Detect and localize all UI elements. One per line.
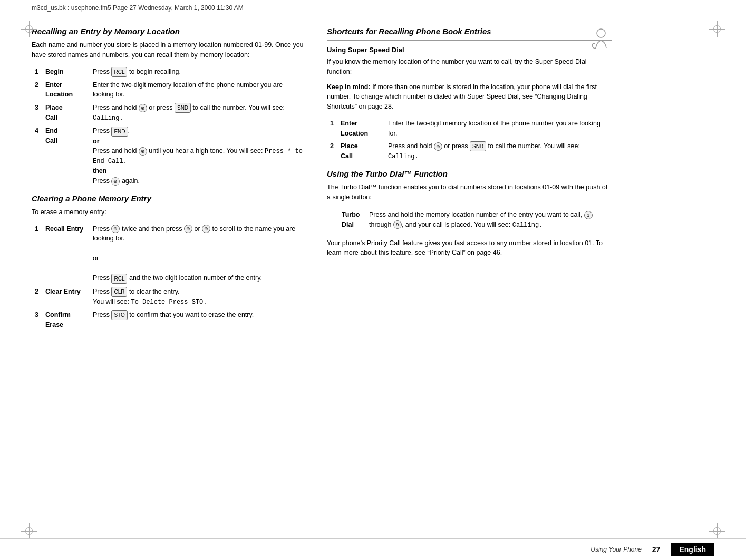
vol-button2: ⊕ xyxy=(139,147,147,156)
step-desc: Press RCL to begin recalling. xyxy=(90,65,306,79)
num1-btn: 1 xyxy=(584,211,593,219)
recalling-steps-table: 1 Begin Press RCL to begin recalling. 2 … xyxy=(32,65,306,188)
footer-language: English xyxy=(671,543,714,556)
crosshair-bottom-right xyxy=(709,523,725,539)
delete-display: To Delete Press STO. xyxy=(131,298,207,306)
step-label: Recall Entry xyxy=(42,223,90,285)
vol-button: ⊕ xyxy=(139,104,147,112)
vol-btn-b: ⊕ xyxy=(184,225,192,233)
shortcuts-intro: If you know the memory location of the n… xyxy=(327,57,612,77)
step-label: Clear Entry xyxy=(42,285,90,308)
section-recalling-intro: Each name and number you store is placed… xyxy=(32,40,306,60)
step-desc: Press STO to confirm that you want to er… xyxy=(90,308,306,332)
sto-btn: STO xyxy=(111,310,127,320)
step-num: 1 xyxy=(32,223,42,285)
keep-in-mind-label: Keep in mind: xyxy=(327,83,371,91)
crosshair-top-left xyxy=(21,21,37,37)
table-row: 1 Begin Press RCL to begin recalling. xyxy=(32,65,306,79)
vol-btn-a: ⊕ xyxy=(111,225,120,233)
step-desc: Press END. or Press and hold ⊕ until you… xyxy=(90,124,306,187)
step-desc: Press ⊕ twice and then press ⊕ or ⊕ to s… xyxy=(90,223,306,285)
step-desc: Enter the two-digit memory location of t… xyxy=(90,79,306,102)
table-row: 3 PlaceCall Press and hold ⊕ or press SN… xyxy=(32,101,306,124)
end-call-display: Press * to End Call. xyxy=(93,148,303,165)
section-shortcuts-title: Shortcuts for Recalling Phone Book Entri… xyxy=(327,27,612,36)
table-row: 2 EnterLocation Enter the two-digit memo… xyxy=(32,79,306,102)
snd-btn-r: SND xyxy=(470,141,486,151)
note-person-icon xyxy=(585,27,612,53)
step-desc: Enter the two-digit memory location of t… xyxy=(385,117,612,140)
footer-bar: Using Your Phone 27 English xyxy=(0,538,746,560)
footer-page-number: 27 xyxy=(652,545,661,554)
step-num: 3 xyxy=(32,308,42,332)
turbo-table: Turbo Dial Press and hold the memory loc… xyxy=(337,208,612,232)
section-clearing-intro: To erase a memory entry: xyxy=(32,207,306,217)
step-num: 2 xyxy=(327,140,337,163)
section-shortcuts: Shortcuts for Recalling Phone Book Entri… xyxy=(327,27,612,163)
end-button: END xyxy=(111,127,128,137)
table-row: 4 EndCall Press END. or Press and hold ⊕… xyxy=(32,124,306,187)
step-label: ConfirmErase xyxy=(42,308,90,332)
step-label: EnterLocation xyxy=(337,117,385,140)
step-label: PlaceCall xyxy=(42,101,90,124)
section-turbo-title: Using the Turbo Dial™ Function xyxy=(327,169,612,178)
header-text: m3cd_us.bk : usephone.fm5 Page 27 Wednes… xyxy=(32,4,244,12)
turbo-label: Turbo Dial xyxy=(338,209,365,231)
step-num: 4 xyxy=(32,124,42,187)
step-label: EndCall xyxy=(42,124,90,187)
table-row: Turbo Dial Press and hold the memory loc… xyxy=(338,209,611,231)
right-column: Shortcuts for Recalling Phone Book Entri… xyxy=(327,27,612,337)
table-row: 3 ConfirmErase Press STO to confirm that… xyxy=(32,308,306,332)
section-clearing: Clearing a Phone Memory Entry To erase a… xyxy=(32,194,306,331)
step-desc: Press CLR to clear the entry. You will s… xyxy=(90,285,306,308)
calling-display-r: Calling. xyxy=(388,153,419,160)
section-turbo: Using the Turbo Dial™ Function The Turbo… xyxy=(327,169,612,258)
rcl-btn2: RCL xyxy=(111,274,127,284)
step-label: Begin xyxy=(42,65,90,79)
step-desc: Press and hold ⊕ or press SND to call th… xyxy=(385,140,612,163)
left-column: Recalling an Entry by Memory Location Ea… xyxy=(32,27,306,337)
footer-description: Using Your Phone xyxy=(590,546,642,553)
num9-btn: 9 xyxy=(393,220,402,229)
calling-display-t: Calling. xyxy=(512,221,543,229)
table-row: 1 EnterLocation Enter the two-digit memo… xyxy=(327,117,612,140)
vol-btn-r: ⊕ xyxy=(434,142,442,151)
note-icon-box xyxy=(585,27,612,53)
step-label: PlaceCall xyxy=(337,140,385,163)
keep-in-mind: Keep in mind: If more than one number is… xyxy=(327,82,612,112)
clr-btn: CLR xyxy=(111,287,127,297)
table-row: 1 Recall Entry Press ⊕ twice and then pr… xyxy=(32,223,306,285)
snd-button: SND xyxy=(175,103,191,113)
step-label: EnterLocation xyxy=(42,79,90,102)
step-num: 2 xyxy=(32,79,42,102)
crosshair-bottom-left xyxy=(21,523,37,539)
main-content: Recalling an Entry by Memory Location Ea… xyxy=(0,16,746,348)
section-recalling-title: Recalling an Entry by Memory Location xyxy=(32,27,306,36)
step-num: 2 xyxy=(32,285,42,308)
table-row: 2 Clear Entry Press CLR to clear the ent… xyxy=(32,285,306,308)
svg-point-0 xyxy=(597,29,605,37)
shortcuts-steps-table: 1 EnterLocation Enter the two-digit memo… xyxy=(327,117,612,163)
clearing-steps-table: 1 Recall Entry Press ⊕ twice and then pr… xyxy=(32,223,306,332)
section-clearing-title: Clearing a Phone Memory Entry xyxy=(32,194,306,203)
table-row: 2 PlaceCall Press and hold ⊕ or press SN… xyxy=(327,140,612,163)
vol-btn-c: ⊕ xyxy=(202,225,210,233)
section-shortcuts-subtitle: Using Super Speed Dial xyxy=(327,46,612,54)
step-num: 3 xyxy=(32,101,42,124)
step-num: 1 xyxy=(327,117,337,140)
page-container: m3cd_us.bk : usephone.fm5 Page 27 Wednes… xyxy=(0,0,746,560)
step-num: 1 xyxy=(32,65,42,79)
crosshair-top-right xyxy=(709,21,725,37)
turbo-desc: Press and hold the memory location numbe… xyxy=(366,209,611,231)
calling-display: Calling. xyxy=(93,114,123,122)
turbo-intro: The Turbo Dial™ function enables you to … xyxy=(327,182,612,202)
turbo-outro: Your phone’s Priority Call feature gives… xyxy=(327,238,612,258)
section-rule xyxy=(327,40,612,41)
vol-button3: ⊕ xyxy=(111,177,120,186)
section-recalling: Recalling an Entry by Memory Location Ea… xyxy=(32,27,306,188)
rcl-button: RCL xyxy=(111,67,127,77)
step-desc: Press and hold ⊕ or press SND to call th… xyxy=(90,101,306,124)
header-bar: m3cd_us.bk : usephone.fm5 Page 27 Wednes… xyxy=(0,0,746,16)
